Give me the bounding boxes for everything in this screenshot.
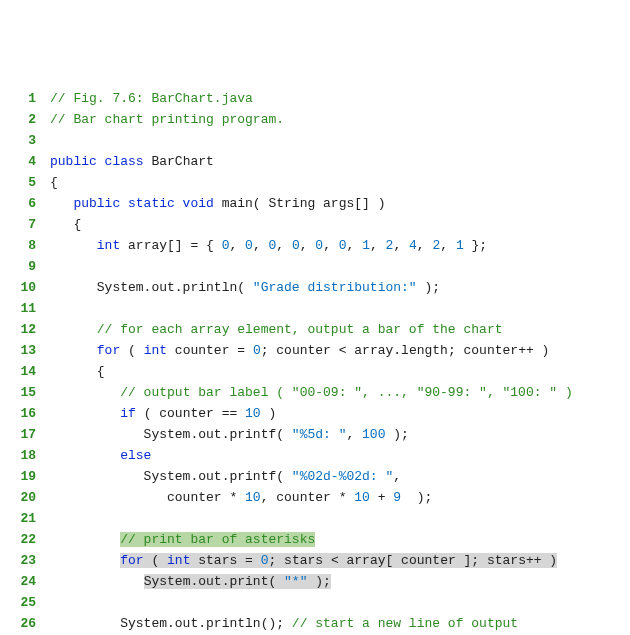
code-content: counter * 10, counter * 10 + 9 ); [50, 487, 432, 508]
code-line: 17 System.out.printf( "%5d: ", 100 ); [8, 424, 622, 445]
code-line: 18 else [8, 445, 622, 466]
code-content: System.out.printf( "%5d: ", 100 ); [50, 424, 409, 445]
code-content: if ( counter == 10 ) [50, 403, 276, 424]
code-content: public class BarChart [50, 151, 214, 172]
code-line: 11 [8, 298, 622, 319]
code-line: 4public class BarChart [8, 151, 622, 172]
code-content: // for each array element, output a bar … [50, 319, 502, 340]
code-line: 21 [8, 508, 622, 529]
code-line: 8 int array[] = { 0, 0, 0, 0, 0, 0, 1, 2… [8, 235, 622, 256]
code-line: 10 System.out.println( "Grade distributi… [8, 277, 622, 298]
code-line: 1// Fig. 7.6: BarChart.java [8, 88, 622, 109]
code-content: { [50, 214, 81, 235]
line-number: 1 [8, 88, 36, 109]
line-number: 6 [8, 193, 36, 214]
line-number: 21 [8, 508, 36, 529]
code-line: 20 counter * 10, counter * 10 + 9 ); [8, 487, 622, 508]
code-line: 2// Bar chart printing program. [8, 109, 622, 130]
code-line: 5{ [8, 172, 622, 193]
line-number: 25 [8, 592, 36, 613]
code-content: System.out.println(); // start a new lin… [50, 613, 518, 634]
code-line: 24 System.out.print( "*" ); [8, 571, 622, 592]
code-line: 13 for ( int counter = 0; counter < arra… [8, 340, 622, 361]
line-number: 15 [8, 382, 36, 403]
code-content: System.out.println( "Grade distribution:… [50, 277, 440, 298]
line-number: 16 [8, 403, 36, 424]
code-content: public static void main( String args[] ) [50, 193, 385, 214]
code-line: 22 // print bar of asterisks [8, 529, 622, 550]
line-number: 17 [8, 424, 36, 445]
line-number: 13 [8, 340, 36, 361]
line-number: 12 [8, 319, 36, 340]
line-number: 10 [8, 277, 36, 298]
code-content: { [50, 361, 105, 382]
code-content: System.out.printf( "%02d-%02d: ", [50, 466, 401, 487]
line-number: 18 [8, 445, 36, 466]
line-number: 2 [8, 109, 36, 130]
code-content: { [50, 172, 58, 193]
code-line: 23 for ( int stars = 0; stars < array[ c… [8, 550, 622, 571]
code-line: 25 [8, 592, 622, 613]
code-content: // output bar label ( "00-09: ", ..., "9… [50, 382, 573, 403]
code-line: 3 [8, 130, 622, 151]
line-number: 26 [8, 613, 36, 634]
line-number: 11 [8, 298, 36, 319]
line-number: 7 [8, 214, 36, 235]
code-line: 9 [8, 256, 622, 277]
line-number: 4 [8, 151, 36, 172]
line-number: 14 [8, 361, 36, 382]
code-line: 19 System.out.printf( "%02d-%02d: ", [8, 466, 622, 487]
line-number: 9 [8, 256, 36, 277]
line-number: 5 [8, 172, 36, 193]
code-line: 7 { [8, 214, 622, 235]
line-number: 23 [8, 550, 36, 571]
code-line: 6 public static void main( String args[]… [8, 193, 622, 214]
code-content: // print bar of asterisks [50, 529, 315, 550]
code-line: 26 System.out.println(); // start a new … [8, 613, 622, 634]
line-number: 20 [8, 487, 36, 508]
code-line: 15 // output bar label ( "00-09: ", ...,… [8, 382, 622, 403]
code-content: int array[] = { 0, 0, 0, 0, 0, 0, 1, 2, … [50, 235, 487, 256]
line-number: 22 [8, 529, 36, 550]
code-line: 14 { [8, 361, 622, 382]
code-content: for ( int stars = 0; stars < array[ coun… [50, 550, 557, 571]
code-line: 16 if ( counter == 10 ) [8, 403, 622, 424]
code-content: for ( int counter = 0; counter < array.l… [50, 340, 549, 361]
code-content: else [50, 445, 151, 466]
code-content: // Bar chart printing program. [50, 109, 284, 130]
line-number: 8 [8, 235, 36, 256]
line-number: 3 [8, 130, 36, 151]
code-listing: 1// Fig. 7.6: BarChart.java2// Bar chart… [8, 88, 622, 635]
line-number: 24 [8, 571, 36, 592]
code-line: 12 // for each array element, output a b… [8, 319, 622, 340]
code-content: // Fig. 7.6: BarChart.java [50, 88, 253, 109]
code-content: System.out.print( "*" ); [50, 571, 331, 592]
line-number: 19 [8, 466, 36, 487]
